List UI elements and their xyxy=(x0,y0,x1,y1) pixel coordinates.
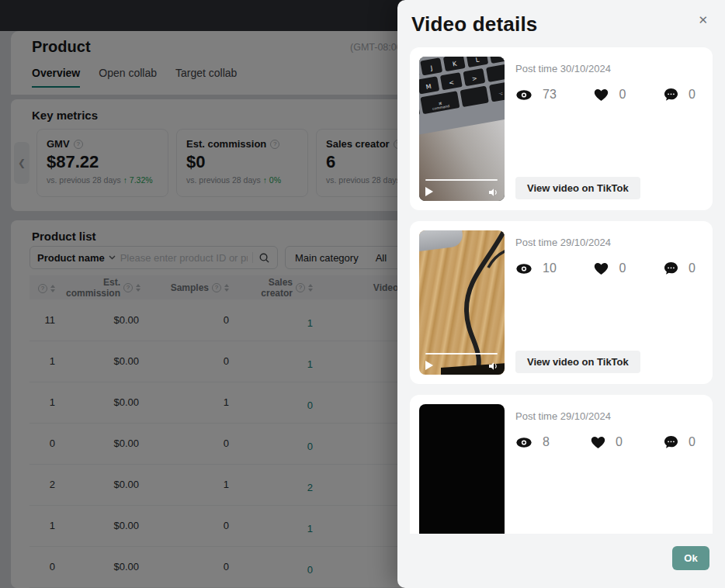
video-details-modal: Video details ✕ xyxy=(397,0,725,588)
video-info: Post time 29/10/2024 8 xyxy=(515,404,703,534)
play-icon[interactable] xyxy=(425,361,433,370)
likes-count: 0 xyxy=(619,261,626,275)
svg-text:⌥: ⌥ xyxy=(498,92,503,96)
views-eye-icon xyxy=(515,437,532,448)
likes-heart-icon xyxy=(591,436,605,449)
close-icon[interactable]: ✕ xyxy=(698,14,708,26)
video-info: Post time 30/10/2024 73 xyxy=(515,57,703,201)
comments-stat: 0 xyxy=(664,435,696,449)
likes-stat: 0 xyxy=(594,261,626,275)
play-icon[interactable] xyxy=(425,187,433,196)
video-stats: 8 0 0 xyxy=(515,435,703,449)
post-time: Post time 29/10/2024 xyxy=(515,410,703,422)
video-info: Post time 29/10/2024 10 xyxy=(515,230,703,375)
ok-button[interactable]: Ok xyxy=(672,546,709,570)
comments-bubble-icon xyxy=(664,435,678,449)
video-card: UIOP JKL M<> ⌘command⌥ xyxy=(410,47,713,210)
modal-title: Video details xyxy=(411,12,538,36)
video-stats: 10 0 0 xyxy=(515,261,703,275)
likes-heart-icon xyxy=(594,88,609,102)
volume-icon[interactable] xyxy=(488,188,499,197)
screen: Product (GMT-08:00) Overview Open collab… xyxy=(0,0,725,588)
post-time: Post time 30/10/2024 xyxy=(515,63,703,74)
likes-count: 0 xyxy=(619,88,626,102)
modal-footer: Ok xyxy=(397,534,725,588)
volume-icon[interactable] xyxy=(488,361,499,371)
post-time: Post time 29/10/2024 xyxy=(515,237,703,248)
views-count: 8 xyxy=(543,435,550,449)
views-eye-icon xyxy=(515,263,532,275)
likes-stat: 0 xyxy=(594,88,626,102)
likes-stat: 0 xyxy=(591,435,623,449)
comments-count: 0 xyxy=(689,435,696,449)
comments-count: 0 xyxy=(689,261,696,275)
video-progress-bar[interactable] xyxy=(425,179,498,181)
video-card: Post time 29/10/2024 10 xyxy=(410,221,713,384)
comments-bubble-icon xyxy=(664,88,678,102)
view-video-on-tiktok-button[interactable]: View video on TikTok xyxy=(515,177,640,199)
views-count: 73 xyxy=(543,88,557,102)
views-eye-icon xyxy=(515,89,532,101)
comments-bubble-icon xyxy=(664,261,678,275)
views-stat: 10 xyxy=(515,261,557,275)
desk-cable-video-thumbnail[interactable] xyxy=(419,230,505,375)
video-stats: 73 0 0 xyxy=(515,88,703,102)
comments-stat: 0 xyxy=(664,88,696,102)
comments-count: 0 xyxy=(689,88,696,102)
comments-stat: 0 xyxy=(664,261,696,275)
views-count: 10 xyxy=(543,261,557,275)
video-details-body: Video details ✕ xyxy=(397,0,725,534)
macbook-keyboard-video-thumbnail[interactable]: UIOP JKL M<> ⌘command⌥ xyxy=(419,57,505,201)
views-stat: 8 xyxy=(515,435,550,449)
likes-count: 0 xyxy=(616,435,623,449)
view-video-on-tiktok-button[interactable]: View video on TikTok xyxy=(515,351,640,373)
video-progress-bar[interactable] xyxy=(425,353,498,355)
views-stat: 73 xyxy=(515,88,557,102)
likes-heart-icon xyxy=(594,262,609,275)
video-card: Post time 29/10/2024 8 xyxy=(410,395,713,534)
black-video-thumbnail[interactable] xyxy=(419,404,505,534)
